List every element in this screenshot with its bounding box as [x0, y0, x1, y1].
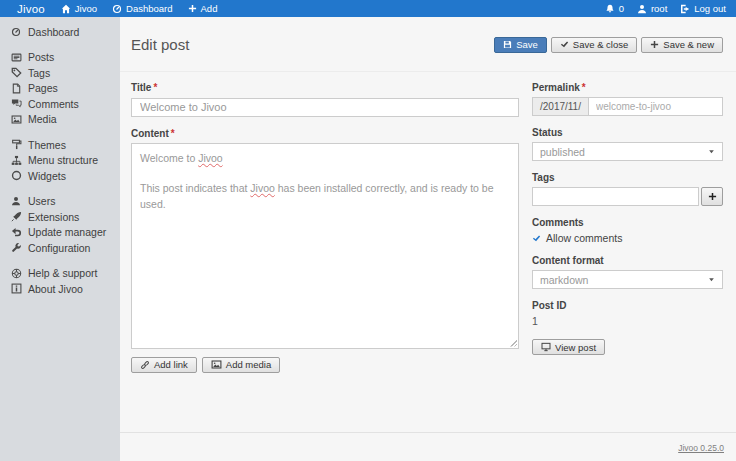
- users-icon: [10, 196, 22, 206]
- content-format-select[interactable]: markdown: [532, 270, 723, 289]
- sidebar-item-label: Extensions: [28, 211, 79, 223]
- add-media-button[interactable]: Add media: [202, 357, 280, 373]
- sidebar-item-comments[interactable]: Comments: [0, 96, 120, 112]
- topnav-label: Dashboard: [126, 3, 172, 14]
- title-label: Title*: [131, 82, 519, 93]
- sidebar-item-widgets[interactable]: Widgets: [0, 168, 120, 184]
- tags-input[interactable]: [532, 187, 699, 206]
- plus-icon: [708, 192, 717, 201]
- title-input[interactable]: [131, 98, 519, 117]
- view-post-button[interactable]: View post: [532, 339, 605, 355]
- save-button[interactable]: Save: [494, 37, 547, 53]
- sidebar-item-pages[interactable]: Pages: [0, 81, 120, 97]
- sidebar-item-configuration[interactable]: Configuration: [0, 240, 120, 256]
- allow-comments-checkbox[interactable]: Allow comments: [532, 232, 723, 244]
- image-icon: [211, 359, 222, 370]
- sidebar-item-label: Media: [28, 113, 57, 125]
- info-icon: [10, 283, 22, 294]
- sidebar-item-label: Menu structure: [28, 154, 98, 166]
- sidebar-item-users[interactable]: Users: [0, 194, 120, 210]
- undo-icon: [10, 227, 22, 238]
- sidebar-item-update-manager[interactable]: Update manager: [0, 225, 120, 241]
- wrench-icon: [10, 242, 22, 253]
- required-mark: *: [171, 128, 175, 139]
- monitor-icon: [541, 342, 551, 352]
- save-close-button[interactable]: Save & close: [551, 37, 637, 53]
- add-link-label: Add link: [154, 359, 188, 370]
- sidebar-item-label: Configuration: [28, 242, 90, 254]
- content-format-label: Content format: [532, 255, 723, 266]
- form-right-column: Permalink* /2017/11/ Status published Ta…: [532, 72, 723, 432]
- plus-icon: [650, 40, 659, 49]
- sidebar-item-label: Help & support: [28, 267, 97, 279]
- link-icon: [140, 360, 150, 370]
- status-label: Status: [532, 127, 723, 138]
- sidebar-item-label: Tags: [28, 67, 50, 79]
- save-new-button[interactable]: Save & new: [641, 37, 723, 53]
- tags-label: Tags: [532, 172, 723, 183]
- sidebar-group: Users Extensions Update manager Configur…: [0, 189, 120, 261]
- content-label: Content*: [131, 128, 519, 139]
- topnav-add-link[interactable]: Add: [188, 3, 218, 14]
- resize-handle-icon[interactable]: [509, 339, 517, 347]
- user-icon: [637, 4, 647, 14]
- sidebar-item-label: About Jivoo: [28, 283, 83, 295]
- dashboard-icon: [10, 27, 22, 37]
- add-link-button[interactable]: Add link: [131, 357, 197, 373]
- version-link[interactable]: Jivoo 0.25.0: [678, 443, 724, 453]
- logout-label: Log out: [694, 3, 726, 14]
- topnav-label: Add: [201, 3, 218, 14]
- logout-button[interactable]: Log out: [680, 3, 726, 14]
- current-user-button[interactable]: root: [637, 3, 667, 14]
- content-textarea[interactable]: Welcome to Jivoo This post indicates tha…: [131, 143, 519, 349]
- comments-label: Comments: [532, 217, 723, 228]
- permalink-label: Permalink*: [532, 82, 723, 93]
- home-icon: [61, 4, 71, 14]
- sidebar-item-help-support[interactable]: Help & support: [0, 266, 120, 282]
- sidebar-item-themes[interactable]: Themes: [0, 137, 120, 153]
- topnav-site-link[interactable]: Jivoo: [61, 3, 97, 14]
- sidebar-group: Help & support About Jivoo: [0, 261, 120, 302]
- bell-icon: [605, 4, 615, 14]
- dashboard-icon: [112, 4, 122, 14]
- page-title: Edit post: [131, 36, 189, 53]
- save-new-label: Save & new: [663, 39, 714, 50]
- sidebar-item-media[interactable]: Media: [0, 112, 120, 128]
- sidebar-item-label: Dashboard: [28, 26, 79, 38]
- notifications-count: 0: [619, 3, 624, 14]
- status-value: published: [540, 146, 585, 158]
- check-icon: [560, 40, 569, 49]
- sidebar-item-label: Comments: [28, 98, 79, 110]
- sidebar-item-about-jivoo[interactable]: About Jivoo: [0, 281, 120, 297]
- main-content: Edit post Save Save & close Save & new T…: [120, 17, 736, 461]
- sidebar-item-menu-structure[interactable]: Menu structure: [0, 153, 120, 169]
- permalink-input[interactable]: [588, 97, 723, 116]
- topbar-right: 0 root Log out: [605, 3, 736, 14]
- sidebar-item-extensions[interactable]: Extensions: [0, 209, 120, 225]
- header-buttons: Save Save & close Save & new: [494, 37, 723, 53]
- sidebar-group: Dashboard: [0, 19, 120, 45]
- brand-logo[interactable]: Jivoo: [17, 3, 45, 15]
- view-post-label: View post: [555, 342, 596, 353]
- sidebar-item-tags[interactable]: Tags: [0, 65, 120, 81]
- pages-icon: [10, 83, 22, 94]
- topnav-dashboard-link[interactable]: Dashboard: [112, 3, 172, 14]
- permalink-prefix: /2017/11/: [532, 97, 588, 116]
- checkbox-checked-icon: [532, 234, 541, 243]
- comments-icon: [10, 98, 22, 109]
- sidebar-item-label: Users: [28, 195, 55, 207]
- required-mark: *: [153, 82, 157, 93]
- current-user-name: root: [651, 3, 667, 14]
- status-select[interactable]: published: [532, 142, 723, 161]
- sidebar-item-posts[interactable]: Posts: [0, 50, 120, 66]
- permalink-group: /2017/11/: [532, 97, 723, 116]
- sidebar-group: Themes Menu structure Widgets: [0, 132, 120, 189]
- footer: Jivoo 0.25.0: [120, 432, 736, 461]
- content-format-value: markdown: [540, 274, 588, 286]
- tags-row: [532, 187, 723, 206]
- post-id-label: Post ID: [532, 300, 723, 311]
- add-tag-button[interactable]: [701, 187, 723, 206]
- chevron-down-icon: [708, 148, 715, 155]
- sidebar-item-dashboard[interactable]: Dashboard: [0, 24, 120, 40]
- notifications-button[interactable]: 0: [605, 3, 624, 14]
